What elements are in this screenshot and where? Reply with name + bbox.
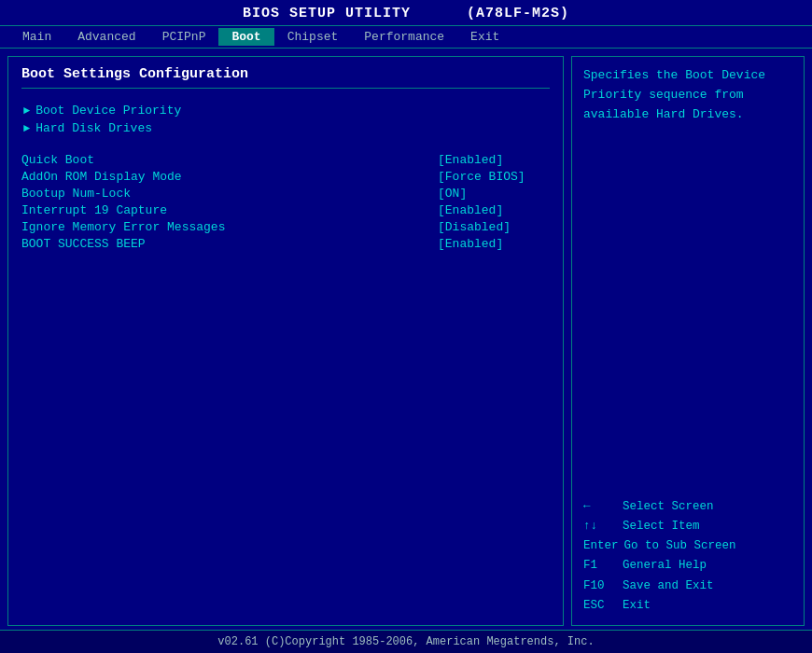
setting-interrupt19[interactable]: Interrupt 19 Capture [Enabled] xyxy=(21,202,550,218)
setting-name-interrupt19: Interrupt 19 Capture xyxy=(21,203,438,217)
menu-item-pcipnp[interactable]: PCIPnP xyxy=(149,28,219,46)
nav-desc-enter: Go to Sub Screen xyxy=(624,536,736,556)
panel-title: Boot Settings Configuration xyxy=(21,66,550,82)
setting-addon-rom[interactable]: AddOn ROM Display Mode [Force BIOS] xyxy=(21,169,550,185)
setting-value-addon-rom: [Force BIOS] xyxy=(438,170,550,184)
main-content: Boot Settings Configuration ► Boot Devic… xyxy=(0,49,812,630)
setting-name-addon-rom: AddOn ROM Display Mode xyxy=(21,170,438,184)
setting-name-boot-success-beep: BOOT SUCCESS BEEP xyxy=(21,237,438,251)
nav-enter: Enter Go to Sub Screen xyxy=(583,536,792,556)
nav-desc-f1: General Help xyxy=(623,556,707,576)
settings-section: Quick Boot [Enabled] AddOn ROM Display M… xyxy=(21,152,550,252)
boot-device-priority-label: Boot Device Priority xyxy=(35,104,181,118)
bios-model: (A78LF-M2S) xyxy=(467,6,569,21)
nav-desc-select-screen: Select Screen xyxy=(623,497,714,517)
setting-name-quick-boot: Quick Boot xyxy=(21,153,438,167)
nav-desc-esc: Exit xyxy=(623,596,651,616)
hard-disk-drives-label: Hard Disk Drives xyxy=(35,121,152,135)
setting-value-ignore-memory: [Disabled] xyxy=(438,220,550,234)
nav-key-f1: F1 xyxy=(583,556,617,576)
setting-ignore-memory[interactable]: Ignore Memory Error Messages [Disabled] xyxy=(21,219,550,235)
footer-text: v02.61 (C)Copyright 1985-2006, American … xyxy=(217,635,594,648)
nav-help: ← Select Screen ↑↓ Select Item Enter Go … xyxy=(583,497,792,617)
bios-screen: BIOS SETUP UTILITY (A78LF-M2S) MainAdvan… xyxy=(0,0,812,653)
setting-value-bootup-numlock: [ON] xyxy=(438,187,550,201)
nav-f10: F10 Save and Exit xyxy=(583,577,792,596)
nav-key-esc: ESC xyxy=(583,596,617,616)
menu-item-exit[interactable]: Exit xyxy=(457,28,512,46)
menu-item-advanced[interactable]: Advanced xyxy=(64,28,148,46)
footer: v02.61 (C)Copyright 1985-2006, American … xyxy=(0,630,812,653)
nav-key-arrows: ← xyxy=(583,497,617,517)
setting-quick-boot[interactable]: Quick Boot [Enabled] xyxy=(21,152,550,168)
setting-name-bootup-numlock: Bootup Num-Lock xyxy=(21,187,438,201)
panel-divider xyxy=(21,88,550,89)
setting-name-ignore-memory: Ignore Memory Error Messages xyxy=(21,220,438,234)
title-bar: BIOS SETUP UTILITY (A78LF-M2S) xyxy=(0,0,812,25)
nav-key-f10: F10 xyxy=(583,577,617,596)
help-text: Specifies the Boot Device Priority seque… xyxy=(583,66,792,497)
menu-item-main[interactable]: Main xyxy=(9,28,64,46)
nav-f1: F1 General Help xyxy=(583,556,792,576)
nav-desc-select-item: Select Item xyxy=(623,517,700,536)
left-panel: Boot Settings Configuration ► Boot Devic… xyxy=(7,56,564,626)
boot-device-priority[interactable]: ► Boot Device Priority xyxy=(23,102,550,119)
setting-value-quick-boot: [Enabled] xyxy=(438,153,550,167)
menu-item-chipset[interactable]: Chipset xyxy=(274,28,352,46)
menu-bar: MainAdvancedPCIPnPBootChipsetPerformance… xyxy=(0,25,812,49)
right-panel: Specifies the Boot Device Priority seque… xyxy=(571,56,805,626)
nav-select-screen: ← Select Screen xyxy=(583,497,792,517)
hard-disk-drives[interactable]: ► Hard Disk Drives xyxy=(23,119,550,137)
nav-select-item: ↑↓ Select Item xyxy=(583,517,792,536)
arrow-icon-2: ► xyxy=(23,122,30,135)
setting-bootup-numlock[interactable]: Bootup Num-Lock [ON] xyxy=(21,186,550,201)
arrow-icon: ► xyxy=(23,104,30,118)
setting-boot-success-beep[interactable]: BOOT SUCCESS BEEP [Enabled] xyxy=(21,236,550,252)
bios-title: BIOS SETUP UTILITY xyxy=(243,6,411,21)
nav-desc-f10: Save and Exit xyxy=(623,577,714,596)
menu-item-boot[interactable]: Boot xyxy=(218,28,273,46)
nav-key-enter: Enter xyxy=(583,536,619,556)
menu-item-performance[interactable]: Performance xyxy=(351,28,457,46)
nav-esc: ESC Exit xyxy=(583,596,792,616)
setting-value-interrupt19: [Enabled] xyxy=(438,203,550,217)
nav-key-updown: ↑↓ xyxy=(583,517,617,536)
setting-value-boot-success-beep: [Enabled] xyxy=(438,237,550,251)
